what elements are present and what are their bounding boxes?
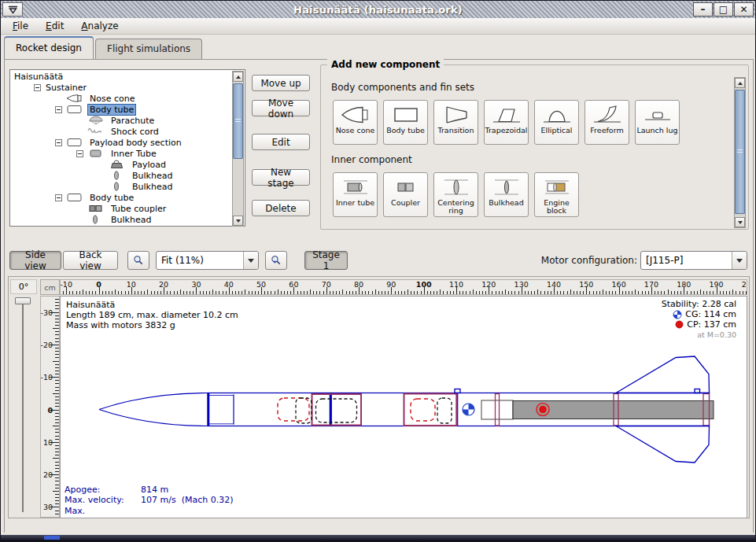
innertube-icon <box>87 149 105 158</box>
component-button-trapezoidal[interactable]: Trapezoidal <box>484 100 529 145</box>
up-arrow-icon <box>738 82 743 85</box>
magnifier-plus-icon <box>271 253 282 267</box>
fin-elliptical-icon <box>541 103 573 127</box>
tree-expander[interactable] <box>55 106 62 113</box>
stability-value: Stability: 2.28 cal <box>662 299 736 309</box>
move-up-button[interactable]: Move up <box>252 75 310 91</box>
tab-rocket-design[interactable]: Rocket design <box>4 36 94 59</box>
fin-trapezoidal-icon <box>491 103 522 127</box>
tree-expander[interactable] <box>55 194 62 201</box>
down-arrow-icon <box>236 219 241 223</box>
tree-item-label: Body tube <box>88 105 135 115</box>
component-button-centering-ring[interactable]: Centering ring <box>433 172 478 217</box>
rotation-slider-track[interactable] <box>22 300 24 512</box>
rotation-slider-handle[interactable] <box>15 297 31 304</box>
tree-item-bulkhead[interactable]: Bulkhead <box>11 214 231 225</box>
side-view-button[interactable]: Side view <box>9 251 61 270</box>
component-button-transition[interactable]: Transition <box>433 100 478 145</box>
tree-item-label: Payload <box>131 160 168 170</box>
dropdown-arrow-button[interactable] <box>732 252 747 269</box>
tree-item-tube-coupler[interactable]: Tube coupler <box>11 203 231 214</box>
tree-expander[interactable] <box>76 150 83 157</box>
scroll-up-button[interactable] <box>233 72 243 82</box>
horizontal-ruler: -100102030405060708090100110120130140150… <box>60 279 747 295</box>
maximize-button[interactable]: □ <box>714 2 733 17</box>
edit-button[interactable]: Edit <box>252 134 310 150</box>
component-button-inner-tube[interactable]: Inner tube <box>333 172 378 217</box>
cg-value: CG: 114 cm <box>685 309 736 319</box>
add-component-title: Add new component <box>327 59 444 70</box>
delete-button[interactable]: Delete <box>252 200 310 216</box>
menu-edit[interactable]: Edit <box>37 18 72 34</box>
window-title: Haisunäätä (haisunaata.ork) <box>1 4 755 16</box>
component-button-bulkhead[interactable]: Bulkhead <box>484 172 529 217</box>
rotation-indicator: 0° <box>10 279 37 294</box>
inner-component-buttons: Inner tubeCouplerCentering ringBulkheadE… <box>333 172 579 217</box>
close-button[interactable]: ✕ <box>734 2 754 17</box>
component-button-freeform[interactable]: Freeform <box>585 100 629 145</box>
zoom-out-button[interactable] <box>127 251 149 270</box>
component-button-launch-lug[interactable]: Launch lug <box>635 100 680 145</box>
tree-expander[interactable] <box>34 84 41 91</box>
rocket-canvas[interactable]: HaisunäätäLength 189 cm, max. diameter 1… <box>60 296 747 518</box>
tab-bar: Rocket designFlight simulations <box>4 35 204 59</box>
body-component-buttons: Nose coneBody tubeTransitionTrapezoidalE… <box>333 100 680 145</box>
component-button-elliptical[interactable]: Elliptical <box>534 100 579 145</box>
component-button-nose-cone[interactable]: Nose cone <box>333 100 378 145</box>
tree-item-sustainer[interactable]: Sustainer <box>11 82 231 93</box>
window-bottom-frame <box>1 533 755 541</box>
menu-file[interactable]: File <box>4 18 37 34</box>
tree-item-bulkhead[interactable]: Bulkhead <box>11 181 231 192</box>
component-button-coupler[interactable]: Coupler <box>383 172 428 217</box>
scroll-up-button[interactable] <box>735 78 745 88</box>
tree-item-nose-cone[interactable]: Nose cone <box>11 93 231 104</box>
component-button-engine-block[interactable]: Engine block <box>534 172 579 217</box>
tree-item-shock-cord[interactable]: Shock cord <box>11 126 231 137</box>
scroll-down-button[interactable] <box>735 217 745 227</box>
motor-config-dropdown[interactable]: [J115-P] <box>640 251 747 270</box>
zoom-in-button[interactable] <box>265 251 287 270</box>
tree-scrollbar-thumb[interactable] <box>233 83 243 159</box>
component-button-body-tube[interactable]: Body tube <box>383 100 428 145</box>
back-view-button[interactable]: Back view <box>63 251 118 270</box>
tree-item-haisunäätä[interactable]: Haisunäätä <box>11 71 231 82</box>
zoom-dropdown[interactable]: Fit (11%) <box>156 251 259 270</box>
component-button-label: Trapezoidal <box>485 127 528 135</box>
launch-lug <box>455 389 460 393</box>
ruler-unit-label: cm <box>40 279 60 295</box>
scroll-down-button[interactable] <box>233 216 243 226</box>
inner-component-label: Inner component <box>331 154 412 165</box>
move-down-button[interactable]: Move down <box>252 100 310 116</box>
stage-1-toggle[interactable]: Stage 1 <box>304 251 348 270</box>
mach-note: at M=0.30 <box>662 330 736 340</box>
new-stage-button[interactable]: New stage <box>252 169 310 186</box>
tab-flight-simulations[interactable]: Flight simulations <box>95 39 202 59</box>
centering-ring-icon <box>441 175 472 199</box>
chevron-down-icon <box>248 259 254 263</box>
add-component-group: Add new component Body components and fi… <box>320 65 749 230</box>
launch-lug-icon <box>642 103 673 127</box>
tree-item-payload-body-section[interactable]: Payload body section <box>11 137 231 148</box>
flight-stat-label: Max. acceleration: <box>65 506 141 518</box>
tree-item-body-tube[interactable]: Body tube <box>11 192 231 203</box>
component-scrollbar-thumb[interactable] <box>735 90 745 214</box>
tree-scrollbar <box>232 71 244 227</box>
minimize-button[interactable]: – <box>693 2 713 17</box>
tree-item-inner-tube[interactable]: Inner Tube <box>11 148 231 159</box>
component-button-label: Engine block <box>536 199 577 215</box>
tree-item-bulkhead[interactable]: Bulkhead <box>11 170 231 181</box>
chevron-down-icon <box>736 259 743 263</box>
body-tube-icon <box>390 103 422 127</box>
menu-analyze[interactable]: Analyze <box>72 18 127 34</box>
flight-stat-row: Apogee:814 m <box>65 485 233 495</box>
tree-item-payload[interactable]: Payload <box>11 159 231 170</box>
dropdown-arrow-button[interactable] <box>243 252 258 269</box>
fin-freeform-icon <box>592 103 623 127</box>
tree-item-body-tube[interactable]: Body tube <box>11 104 231 115</box>
tree-expander[interactable] <box>55 139 62 146</box>
component-button-label: Coupler <box>391 199 420 207</box>
fin-bottom <box>616 426 710 463</box>
tree-item-label: Haisunäätä <box>13 72 65 82</box>
component-button-label: Nose cone <box>336 127 375 135</box>
tree-item-parachute[interactable]: Parachute <box>11 115 231 126</box>
